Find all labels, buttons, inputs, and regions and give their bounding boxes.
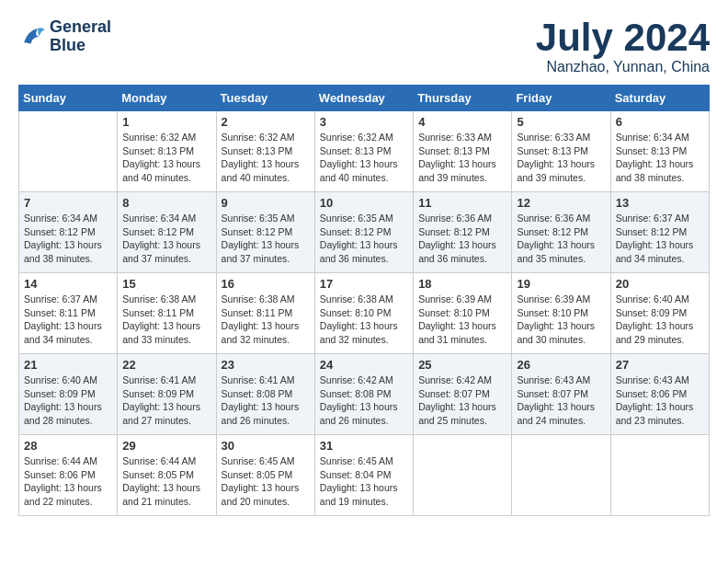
table-cell: 12Sunrise: 6:36 AM Sunset: 8:12 PM Dayli… xyxy=(512,192,610,273)
table-cell: 25Sunrise: 6:42 AM Sunset: 8:07 PM Dayli… xyxy=(414,354,512,435)
table-cell: 13Sunrise: 6:37 AM Sunset: 8:12 PM Dayli… xyxy=(610,192,709,273)
day-number: 11 xyxy=(418,196,506,210)
day-number: 31 xyxy=(320,439,408,453)
day-info: Sunrise: 6:35 AM Sunset: 8:12 PM Dayligh… xyxy=(320,212,408,266)
day-info: Sunrise: 6:43 AM Sunset: 8:06 PM Dayligh… xyxy=(616,373,704,428)
col-monday: Monday xyxy=(118,86,216,111)
table-cell: 3Sunrise: 6:32 AM Sunset: 8:13 PM Daylig… xyxy=(314,111,413,192)
logo-line2: Blue xyxy=(50,37,111,55)
day-info: Sunrise: 6:32 AM Sunset: 8:13 PM Dayligh… xyxy=(222,131,310,185)
table-cell: 2Sunrise: 6:32 AM Sunset: 8:13 PM Daylig… xyxy=(216,111,314,192)
day-number: 15 xyxy=(122,277,210,291)
table-cell: 15Sunrise: 6:38 AM Sunset: 8:11 PM Dayli… xyxy=(118,273,216,354)
day-number: 22 xyxy=(122,358,210,372)
day-info: Sunrise: 6:35 AM Sunset: 8:12 PM Dayligh… xyxy=(222,212,310,266)
location-title: Nanzhao, Yunnan, China xyxy=(536,59,710,75)
day-number: 12 xyxy=(517,196,605,210)
day-number: 2 xyxy=(222,115,310,129)
table-cell: 10Sunrise: 6:35 AM Sunset: 8:12 PM Dayli… xyxy=(314,192,413,273)
day-info: Sunrise: 6:39 AM Sunset: 8:10 PM Dayligh… xyxy=(517,293,605,347)
table-cell xyxy=(19,111,118,192)
table-cell: 4Sunrise: 6:33 AM Sunset: 8:13 PM Daylig… xyxy=(414,111,512,192)
day-info: Sunrise: 6:44 AM Sunset: 8:05 PM Dayligh… xyxy=(122,454,210,509)
col-tuesday: Tuesday xyxy=(216,86,314,111)
day-number: 8 xyxy=(122,196,210,210)
day-info: Sunrise: 6:42 AM Sunset: 8:08 PM Dayligh… xyxy=(320,373,408,428)
day-info: Sunrise: 6:41 AM Sunset: 8:09 PM Dayligh… xyxy=(122,373,210,428)
day-info: Sunrise: 6:39 AM Sunset: 8:10 PM Dayligh… xyxy=(418,293,506,347)
day-number: 14 xyxy=(24,277,112,291)
calendar-week-2: 7Sunrise: 6:34 AM Sunset: 8:12 PM Daylig… xyxy=(19,192,710,273)
day-info: Sunrise: 6:38 AM Sunset: 8:10 PM Dayligh… xyxy=(320,293,408,347)
month-title: July 2024 xyxy=(536,18,710,57)
calendar-week-5: 28Sunrise: 6:44 AM Sunset: 8:06 PM Dayli… xyxy=(19,435,710,516)
table-cell: 11Sunrise: 6:36 AM Sunset: 8:12 PM Dayli… xyxy=(414,192,512,273)
calendar-header-row: Sunday Monday Tuesday Wednesday Thursday… xyxy=(19,86,710,111)
calendar-table: Sunday Monday Tuesday Wednesday Thursday… xyxy=(18,85,710,516)
table-cell: 14Sunrise: 6:37 AM Sunset: 8:11 PM Dayli… xyxy=(19,273,118,354)
day-info: Sunrise: 6:36 AM Sunset: 8:12 PM Dayligh… xyxy=(517,212,605,266)
title-block: July 2024 Nanzhao, Yunnan, China xyxy=(536,18,710,75)
table-cell xyxy=(512,435,610,516)
table-cell: 28Sunrise: 6:44 AM Sunset: 8:06 PM Dayli… xyxy=(19,435,118,516)
day-info: Sunrise: 6:37 AM Sunset: 8:12 PM Dayligh… xyxy=(616,212,704,266)
day-number: 20 xyxy=(616,277,704,291)
table-cell: 22Sunrise: 6:41 AM Sunset: 8:09 PM Dayli… xyxy=(118,354,216,435)
col-thursday: Thursday xyxy=(414,86,512,111)
day-number: 9 xyxy=(222,196,310,210)
table-cell: 29Sunrise: 6:44 AM Sunset: 8:05 PM Dayli… xyxy=(118,435,216,516)
day-number: 18 xyxy=(418,277,506,291)
day-number: 13 xyxy=(616,196,704,210)
day-number: 1 xyxy=(122,115,210,129)
day-info: Sunrise: 6:33 AM Sunset: 8:13 PM Dayligh… xyxy=(517,131,605,185)
day-number: 25 xyxy=(418,358,506,372)
day-number: 10 xyxy=(320,196,408,210)
day-info: Sunrise: 6:41 AM Sunset: 8:08 PM Dayligh… xyxy=(222,373,310,428)
day-info: Sunrise: 6:45 AM Sunset: 8:05 PM Dayligh… xyxy=(222,454,310,509)
day-number: 3 xyxy=(320,115,408,129)
table-cell: 30Sunrise: 6:45 AM Sunset: 8:05 PM Dayli… xyxy=(216,435,314,516)
col-wednesday: Wednesday xyxy=(314,86,413,111)
table-cell: 6Sunrise: 6:34 AM Sunset: 8:13 PM Daylig… xyxy=(610,111,709,192)
table-cell: 23Sunrise: 6:41 AM Sunset: 8:08 PM Dayli… xyxy=(216,354,314,435)
calendar-week-4: 21Sunrise: 6:40 AM Sunset: 8:09 PM Dayli… xyxy=(19,354,710,435)
table-cell: 17Sunrise: 6:38 AM Sunset: 8:10 PM Dayli… xyxy=(314,273,413,354)
day-info: Sunrise: 6:40 AM Sunset: 8:09 PM Dayligh… xyxy=(616,293,704,347)
table-cell: 9Sunrise: 6:35 AM Sunset: 8:12 PM Daylig… xyxy=(216,192,314,273)
day-number: 23 xyxy=(222,358,310,372)
day-info: Sunrise: 6:33 AM Sunset: 8:13 PM Dayligh… xyxy=(418,131,506,185)
calendar-week-3: 14Sunrise: 6:37 AM Sunset: 8:11 PM Dayli… xyxy=(19,273,710,354)
day-info: Sunrise: 6:45 AM Sunset: 8:04 PM Dayligh… xyxy=(320,454,408,509)
day-number: 4 xyxy=(418,115,506,129)
day-info: Sunrise: 6:34 AM Sunset: 8:12 PM Dayligh… xyxy=(122,212,210,266)
day-number: 7 xyxy=(24,196,112,210)
table-cell: 26Sunrise: 6:43 AM Sunset: 8:07 PM Dayli… xyxy=(512,354,610,435)
table-cell xyxy=(610,435,709,516)
logo-icon xyxy=(18,23,46,51)
day-number: 29 xyxy=(122,439,210,453)
table-cell: 19Sunrise: 6:39 AM Sunset: 8:10 PM Dayli… xyxy=(512,273,610,354)
day-number: 16 xyxy=(222,277,310,291)
day-number: 26 xyxy=(517,358,605,372)
day-number: 6 xyxy=(616,115,704,129)
day-info: Sunrise: 6:32 AM Sunset: 8:13 PM Dayligh… xyxy=(320,131,408,185)
day-number: 21 xyxy=(24,358,112,372)
table-cell: 31Sunrise: 6:45 AM Sunset: 8:04 PM Dayli… xyxy=(314,435,413,516)
calendar-week-1: 1Sunrise: 6:32 AM Sunset: 8:13 PM Daylig… xyxy=(19,111,710,192)
day-number: 27 xyxy=(616,358,704,372)
table-cell: 16Sunrise: 6:38 AM Sunset: 8:11 PM Dayli… xyxy=(216,273,314,354)
day-number: 5 xyxy=(517,115,605,129)
day-info: Sunrise: 6:34 AM Sunset: 8:12 PM Dayligh… xyxy=(24,212,112,266)
day-number: 19 xyxy=(517,277,605,291)
day-info: Sunrise: 6:37 AM Sunset: 8:11 PM Dayligh… xyxy=(24,293,112,347)
col-sunday: Sunday xyxy=(19,86,118,111)
day-number: 30 xyxy=(222,439,310,453)
page-header: General Blue July 2024 Nanzhao, Yunnan, … xyxy=(18,18,710,75)
col-saturday: Saturday xyxy=(610,86,709,111)
table-cell: 21Sunrise: 6:40 AM Sunset: 8:09 PM Dayli… xyxy=(19,354,118,435)
logo-line1: General xyxy=(50,18,111,37)
table-cell xyxy=(414,435,512,516)
logo: General Blue xyxy=(18,18,111,55)
day-info: Sunrise: 6:40 AM Sunset: 8:09 PM Dayligh… xyxy=(24,373,112,428)
day-number: 24 xyxy=(320,358,408,372)
